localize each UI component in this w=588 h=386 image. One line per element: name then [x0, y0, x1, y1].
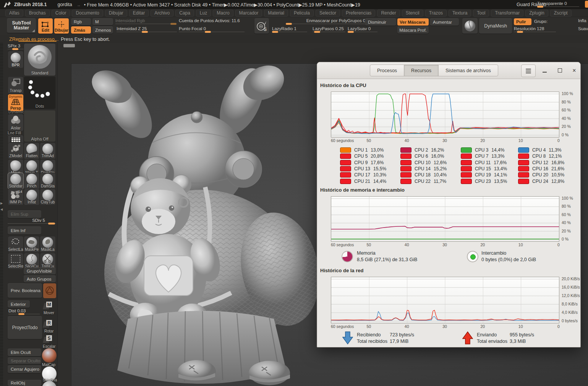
menu-marcador[interactable]: Marcador — [235, 10, 262, 17]
brush-damstandard-2[interactable]: DamSta — [40, 173, 56, 189]
legend-cpu-18[interactable]: CPU 1810,4% — [400, 172, 461, 178]
legend-cpu-8[interactable]: CPU 812,1% — [518, 153, 575, 159]
view-mask-button[interactable]: Ver Máscara — [397, 18, 429, 26]
dynamesh-sphere-button[interactable] — [462, 18, 478, 34]
menu-macro[interactable]: Macro — [213, 10, 233, 17]
legend-cpu-3[interactable]: CPU 314,4% — [461, 147, 518, 153]
del-lower-button[interactable]: Elim Inf — [8, 226, 41, 234]
minimize-button[interactable] — [539, 65, 550, 76]
dynamesh-button[interactable]: DynaMesh — [479, 18, 512, 34]
brush-trimadaptive[interactable]: TrimAd — [40, 142, 56, 159]
menu-editar[interactable]: Editar — [129, 10, 149, 17]
dist-slider[interactable]: Dist 0.03 — [8, 308, 40, 314]
matcap-material-thumb[interactable] — [42, 348, 57, 363]
brush-pinch[interactable]: Pinch — [24, 173, 40, 189]
current-stroke-dots[interactable]: Dots — [24, 76, 56, 109]
close-button[interactable]: × — [569, 65, 580, 76]
canvas-scrollbar[interactable] — [63, 44, 75, 47]
brush-standard-selected[interactable]: Standar — [8, 173, 24, 189]
mask-increase-button[interactable]: Aumentar — [430, 18, 459, 26]
mask-decrease-button[interactable]: Disminuir — [365, 18, 396, 26]
legend-cpu-4[interactable]: CPU 411,3% — [518, 147, 575, 153]
menu-stencil[interactable]: Stencil — [402, 10, 423, 17]
menu-capa[interactable]: Capa — [175, 10, 194, 17]
menu-alfas[interactable]: Alfas — [5, 10, 23, 17]
maximize-button[interactable] — [554, 65, 565, 76]
zsub-button[interactable]: Zmenos — [92, 26, 113, 34]
lazystep-slider[interactable]: LazyPasos 0.25 — [313, 26, 345, 32]
brush-claytubes[interactable]: ClayTub — [40, 189, 56, 205]
zadd-button[interactable]: Zmás — [71, 26, 91, 34]
brush-masklasso[interactable]: MaskLa — [40, 236, 56, 253]
tab-recursos[interactable]: Recursos — [404, 65, 439, 76]
del-hidden-button[interactable]: Elim Ocult — [8, 349, 41, 356]
menu-pelicula[interactable]: Pelicula — [290, 10, 314, 17]
lazysmooth-slider[interactable]: LazySuav 0 — [348, 26, 377, 32]
project-all-button[interactable]: ProyectTodo — [8, 316, 42, 339]
polish-button[interactable]: Pulir — [514, 18, 531, 25]
current-brush-standard[interactable]: Standard — [24, 43, 56, 76]
brush-zmodeler[interactable]: ZModel — [8, 142, 24, 159]
boolean-preview-button[interactable]: Prev. Booleana — [8, 283, 42, 298]
lazy-mouse-button[interactable]: S — [254, 18, 269, 34]
rotate-gizmo-button[interactable]: R — [44, 320, 53, 330]
menu-tool[interactable]: Tool — [473, 10, 489, 17]
legend-cpu-19[interactable]: CPU 1914,1% — [461, 172, 518, 178]
menu-color[interactable]: Color — [52, 10, 70, 17]
menu-textura[interactable]: Textura — [449, 10, 471, 17]
boolean-mode-button[interactable] — [43, 283, 57, 299]
solo-button[interactable]: Aislar — [8, 114, 24, 131]
legend-cpu-24[interactable]: CPU 2412,8% — [518, 178, 575, 184]
sdiv-slider[interactable]: SDiv 5 — [8, 218, 56, 224]
tab-procesos[interactable]: Procesos — [370, 65, 404, 76]
brush-maskpen[interactable]: MaskPe — [24, 236, 40, 253]
current-alpha[interactable]: Alpha Off — [24, 110, 56, 142]
menu-material[interactable]: Material — [264, 10, 288, 17]
legend-cpu-10[interactable]: CPU 1012,6% — [400, 160, 461, 166]
legend-cpu-23[interactable]: CPU 2313,5% — [461, 178, 518, 184]
close-holes-button[interactable]: Cerrar Agujero — [8, 365, 41, 373]
titlebar-edge-button[interactable] — [585, 1, 588, 8]
edit-button[interactable]: Edit — [38, 18, 53, 34]
menu-preferencias[interactable]: Preferencias — [342, 10, 375, 17]
resolution-slider[interactable]: Resolución 128 — [514, 26, 556, 32]
legend-cpu-2[interactable]: CPU 216,2% — [400, 147, 461, 153]
del-higher-button[interactable]: Elim Sup — [8, 210, 41, 218]
legend-cpu-7[interactable]: CPU 713,3% — [461, 153, 518, 159]
brush-selectrect[interactable]: SelectRe — [8, 253, 24, 270]
bpr-button[interactable]: BPR — [8, 51, 24, 68]
legend-cpu-20[interactable]: CPU 2010,5% — [518, 172, 575, 178]
rgb-intensity-slider[interactable]: Intensidad Rgb — [115, 18, 177, 24]
auto-groups-button[interactable]: Auto Grupos — [24, 275, 56, 283]
brush-flatten[interactable]: Flatten — [24, 142, 40, 159]
transparency-button[interactable]: Transp — [8, 76, 24, 94]
legend-cpu-12[interactable]: CPU 1216,8% — [518, 160, 575, 166]
sculpt-model[interactable] — [71, 48, 321, 386]
lazyradius-slider[interactable]: LazyRadio 1 — [272, 26, 307, 32]
hamburger-menu-button[interactable] — [521, 65, 536, 77]
groups-visible-button[interactable]: GrupoVisible — [24, 267, 56, 275]
draw-button[interactable]: Dibujar — [54, 18, 69, 34]
move-gizmo-button[interactable]: M — [44, 302, 53, 312]
menu-dibujar[interactable]: Dibujar — [105, 10, 127, 17]
transparente-slider[interactable]: Transparente 0 — [537, 1, 581, 7]
menu-transformar[interactable]: Transformar — [491, 10, 523, 17]
z-intensity-slider[interactable]: Intensidad Z 25 — [117, 26, 177, 32]
menu-zscript[interactable]: Zscript — [550, 10, 572, 17]
legend-cpu-17[interactable]: CPU 1710,3% — [340, 172, 400, 178]
mask-depth-button[interactable]: Máscara Prof. — [397, 26, 429, 34]
menu-render[interactable]: Render — [377, 10, 400, 17]
menu-selector[interactable]: Selector — [316, 10, 340, 17]
menu-documento[interactable]: Documento — [72, 10, 103, 17]
split-hidden-button[interactable]: Separar Oculto — [8, 357, 41, 364]
spix-slider[interactable]: SPix 3 — [8, 44, 24, 49]
rail-collapse-icon[interactable]: ◀ — [0, 208, 3, 211]
legend-cpu-13[interactable]: CPU 1315,5% — [340, 166, 400, 172]
mrgb-button[interactable]: M — [92, 18, 113, 25]
focal-shift-slider[interactable]: Punto Focal 0 — [179, 26, 245, 32]
legend-cpu-1[interactable]: CPU 113,0% — [340, 147, 400, 153]
subtool-master-button[interactable]: SubTool Master — [7, 18, 36, 33]
legend-cpu-14[interactable]: CPU 1415,2% — [400, 166, 461, 172]
legend-cpu-16[interactable]: CPU 1621,6% — [518, 166, 575, 172]
menu-brochas[interactable]: Brochas — [25, 10, 50, 17]
